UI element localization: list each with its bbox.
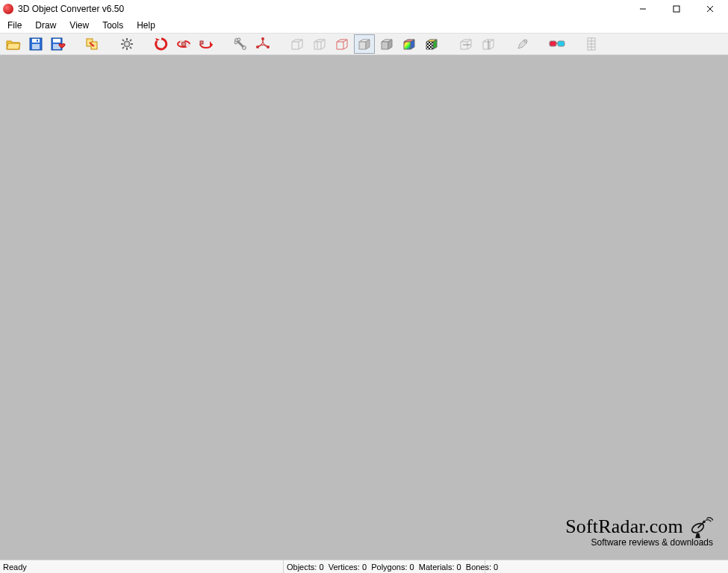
toolbar	[0, 33, 728, 55]
shade-checker-button[interactable]	[421, 34, 442, 54]
bone-tool-icon	[234, 37, 247, 51]
svg-rect-1	[673, 6, 679, 12]
vertices-label: Vertices:	[329, 563, 360, 572]
status-ready: Ready	[0, 560, 284, 573]
menu-view[interactable]: View	[63, 19, 95, 32]
rotate-x-button[interactable]	[151, 34, 172, 54]
svg-rect-29	[200, 41, 203, 44]
close-icon	[706, 5, 714, 13]
bone-tool-button[interactable]	[230, 34, 251, 54]
edit-tool-gray-icon	[516, 37, 529, 51]
svg-line-22	[122, 47, 124, 48]
view-top-button[interactable]	[332, 34, 352, 54]
menu-draw[interactable]: Draw	[29, 19, 62, 32]
open-folder-icon	[6, 37, 21, 51]
maximize-icon	[673, 5, 680, 13]
cube-checker-icon	[424, 37, 439, 51]
svg-rect-5	[32, 39, 40, 43]
minimize-button[interactable]	[626, 0, 659, 18]
axes-tool-icon	[255, 37, 270, 51]
menu-help[interactable]: Help	[131, 19, 161, 32]
svg-point-38	[261, 37, 264, 40]
watermark: SoftRadar.com Software reviews & downloa…	[565, 514, 713, 548]
view-front-button[interactable]	[287, 34, 308, 54]
app-icon	[3, 4, 13, 14]
app-window: 3D Object Converter v6.50 File Draw View…	[0, 0, 728, 573]
cube-wire-red-icon	[335, 37, 349, 51]
cube-solid-gray-icon	[379, 37, 394, 51]
grid-column-icon	[585, 37, 597, 51]
materials-label: Materials:	[419, 563, 455, 572]
cull-back-button[interactable]	[478, 34, 499, 54]
svg-rect-6	[32, 44, 40, 49]
cube-wire-side-icon	[312, 37, 327, 51]
minimize-icon	[639, 5, 647, 13]
watermark-tagline: Software reviews & downloads	[565, 537, 713, 548]
rotate-y-button[interactable]	[173, 34, 194, 54]
svg-point-33	[237, 38, 240, 41]
rotate-red-icon	[155, 37, 168, 51]
radar-dish-icon	[688, 514, 713, 539]
svg-line-20	[130, 47, 131, 48]
rotate-z-button[interactable]	[196, 34, 217, 54]
batch-convert-icon	[85, 37, 100, 51]
statusbar: Ready Objects: 0 Vertices: 0 Polygons: 0…	[0, 560, 728, 573]
polygons-label: Polygons:	[371, 563, 407, 572]
save-as-button[interactable]	[48, 34, 69, 54]
polygons-value: 0	[410, 563, 414, 572]
batch-convert-button[interactable]	[82, 34, 103, 54]
svg-point-23	[126, 43, 128, 46]
vertices-value: 0	[362, 563, 367, 572]
svg-point-61	[703, 521, 705, 523]
watermark-text: SoftRadar.com	[565, 516, 683, 538]
maximize-button[interactable]	[659, 0, 693, 18]
cube-wire-axis1-icon	[458, 37, 473, 51]
shade-color-button[interactable]	[399, 34, 420, 54]
menu-tools[interactable]: Tools	[96, 19, 129, 32]
cube-rainbow-icon	[402, 37, 417, 51]
status-stats: Objects: 0 Vertices: 0 Polygons: 0 Mater…	[284, 560, 485, 573]
svg-line-21	[130, 40, 131, 41]
cull-front-button[interactable]	[455, 34, 476, 54]
svg-point-39	[267, 46, 270, 48]
svg-point-40	[256, 46, 259, 48]
svg-point-41	[262, 43, 264, 46]
glasses-3d-button[interactable]	[547, 34, 567, 54]
options-button[interactable]	[116, 34, 137, 54]
svg-point-49	[524, 40, 527, 43]
grid-button[interactable]	[581, 34, 602, 54]
shade-flat-button[interactable]	[354, 34, 375, 54]
open-button[interactable]	[3, 34, 24, 54]
rotate-ring-icon	[176, 37, 191, 51]
save-floppy-heart-icon	[51, 37, 66, 51]
viewport[interactable]: SoftRadar.com Software reviews & downloa…	[0, 55, 728, 560]
edit-tool-button[interactable]	[512, 34, 533, 54]
titlebar: 3D Object Converter v6.50	[0, 0, 728, 18]
status-blank	[485, 560, 728, 573]
cube-wire-axis2-icon	[481, 37, 496, 51]
svg-rect-9	[53, 39, 60, 43]
svg-point-34	[234, 41, 237, 44]
view-side-button[interactable]	[309, 34, 330, 54]
svg-point-27	[181, 42, 186, 46]
rotate-arrow-icon	[199, 38, 214, 50]
svg-line-19	[122, 40, 124, 41]
axes-tool-button[interactable]	[252, 34, 273, 54]
close-button[interactable]	[693, 0, 727, 18]
menu-file[interactable]: File	[1, 19, 28, 32]
svg-rect-7	[37, 40, 38, 42]
save-button[interactable]	[25, 34, 46, 54]
cube-wire-front-icon	[290, 37, 305, 51]
menubar: File Draw View Tools Help	[0, 18, 728, 33]
svg-rect-50	[550, 41, 556, 46]
cube-solid-light-icon	[357, 37, 372, 51]
window-title: 3D Object Converter v6.50	[18, 4, 124, 14]
svg-rect-51	[558, 41, 564, 46]
objects-value: 0	[319, 563, 323, 572]
save-floppy-icon	[29, 37, 43, 51]
materials-value: 0	[457, 563, 461, 572]
glasses-3d-icon	[549, 39, 565, 49]
gear-icon	[120, 37, 134, 51]
objects-label: Objects:	[287, 563, 317, 572]
shade-smooth-button[interactable]	[376, 34, 397, 54]
